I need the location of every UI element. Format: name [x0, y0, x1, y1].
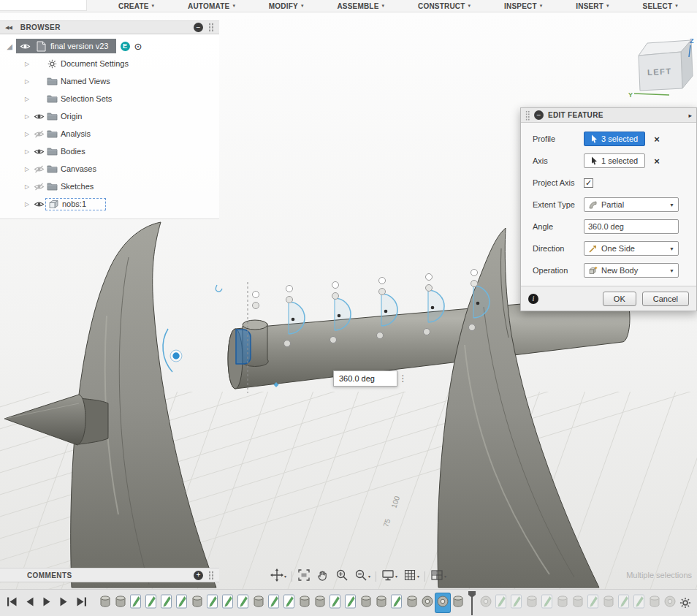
timeline-feature-sketch[interactable]: [236, 593, 251, 612]
timeline-feature-cylinder[interactable]: [571, 593, 585, 612]
timeline-feature-revolve[interactable]: [663, 593, 677, 612]
menu-modify[interactable]: MODIFY▾: [269, 2, 304, 10]
timeline-feature-cylinder[interactable]: [405, 593, 419, 612]
visibility-eye-icon[interactable]: [32, 183, 45, 191]
timeline-feature-cylinder[interactable]: [451, 593, 465, 612]
tree-item-nobs[interactable]: ▷nobs:1: [0, 195, 219, 213]
tree-item-named-views[interactable]: ▷Named Views: [0, 72, 219, 90]
tree-item-origin[interactable]: ▷Origin: [0, 107, 219, 125]
timeline-position-marker[interactable]: [468, 590, 476, 615]
timeline-play-button[interactable]: [42, 596, 51, 609]
timeline-settings-button[interactable]: [679, 597, 697, 609]
nav-zoom-button[interactable]: [332, 569, 351, 585]
dialog-grip-handle[interactable]: [525, 110, 530, 121]
timeline-feature-cylinder[interactable]: [98, 593, 113, 612]
menu-assemble[interactable]: ASSEMBLE▾: [337, 2, 384, 10]
timeline-feature-cylinder[interactable]: [374, 593, 389, 612]
nav-grid-settings-button[interactable]: ▾: [400, 569, 422, 585]
timeline-feature-revolve[interactable]: [479, 593, 493, 612]
timeline-feature-cylinder[interactable]: [297, 593, 312, 612]
timeline-feature-cylinder[interactable]: [601, 593, 616, 612]
timeline-feature-sketch[interactable]: [328, 593, 343, 612]
timeline-skip-end-button[interactable]: [76, 596, 87, 609]
browser-header[interactable]: ◀◀ BROWSER −: [0, 20, 219, 34]
timeline-feature-cylinder[interactable]: [190, 593, 205, 612]
expand-arrow-icon[interactable]: ▷: [22, 61, 32, 67]
menu-construct[interactable]: CONSTRUCT▾: [418, 2, 471, 10]
timeline-feature-cylinder[interactable]: [313, 593, 327, 612]
timeline-feature-sketch[interactable]: [509, 593, 524, 612]
timeline-feature-cylinder[interactable]: [251, 593, 266, 612]
visibility-eye-icon[interactable]: [32, 113, 45, 121]
menu-inspect[interactable]: INSPECT▾: [504, 2, 542, 10]
ok-button[interactable]: OK: [603, 292, 636, 306]
timeline-feature-revolve[interactable]: [420, 593, 435, 612]
timeline-feature-sketch[interactable]: [586, 593, 601, 612]
timeline-feature-sketch[interactable]: [617, 593, 631, 612]
timeline-feature-sketch[interactable]: [159, 593, 174, 612]
clear-axis-icon[interactable]: ×: [654, 156, 660, 166]
manipulator-handle[interactable]: [172, 352, 180, 360]
nav-pan-button[interactable]: [313, 569, 332, 585]
timeline-skip-start-button[interactable]: [7, 596, 18, 609]
minimize-panel-icon[interactable]: −: [194, 23, 203, 32]
expand-arrow-icon[interactable]: ◢: [4, 42, 15, 50]
tree-item-bodies[interactable]: ▷Bodies: [0, 142, 219, 160]
timeline-feature-sketch[interactable]: [343, 593, 358, 612]
timeline-feature-cylinder[interactable]: [647, 593, 662, 612]
dialog-header[interactable]: − EDIT FEATURE ▸: [521, 108, 696, 123]
panel-grip-handle[interactable]: [208, 23, 214, 32]
angle-float-input[interactable]: 360.0 deg: [333, 370, 397, 387]
angle-options-icon[interactable]: ⋮: [397, 370, 408, 387]
timeline-feature-sketch[interactable]: [129, 593, 143, 612]
profile-select-button[interactable]: 3 selected: [584, 132, 645, 146]
menu-create[interactable]: CREATE▾: [118, 2, 154, 10]
timeline-feature-sketch[interactable]: [389, 593, 404, 612]
visibility-eye-icon[interactable]: [18, 42, 31, 50]
collapse-panel-icon[interactable]: ◀◀: [5, 25, 12, 31]
expand-arrow-icon[interactable]: ▷: [22, 183, 32, 190]
cancel-button[interactable]: Cancel: [642, 292, 689, 306]
menu-select[interactable]: SELECT▾: [643, 2, 678, 10]
timeline-feature-cylinder[interactable]: [525, 593, 539, 612]
tree-item-analysis[interactable]: ▷Analysis: [0, 125, 219, 142]
timeline-feature-sketch[interactable]: [540, 593, 555, 612]
expand-arrow-icon[interactable]: ▷: [22, 131, 32, 137]
nav-zoom-window-button[interactable]: ▾: [351, 569, 373, 585]
expand-arrow-icon[interactable]: ▷: [22, 166, 32, 172]
angle-input[interactable]: 360.0 deg: [584, 219, 679, 234]
selected-profile[interactable]: [236, 330, 251, 364]
operation-dropdown[interactable]: New Body ▼: [584, 263, 679, 278]
expand-arrow-icon[interactable]: ▷: [22, 201, 32, 208]
nav-viewports-button[interactable]: ▾: [427, 569, 449, 585]
expand-panel-icon[interactable]: ▸: [688, 112, 692, 119]
expand-arrow-icon[interactable]: ▷: [22, 113, 32, 120]
extent-type-dropdown[interactable]: Partial ▼: [584, 197, 679, 212]
expand-arrow-icon[interactable]: ▷: [22, 148, 32, 155]
tree-item-root[interactable]: ◢final version v23E⊙: [0, 37, 219, 55]
timeline-feature-sketch[interactable]: [144, 593, 159, 612]
tree-item-selection-sets[interactable]: ▷Selection Sets: [0, 90, 219, 107]
visibility-eye-icon[interactable]: [32, 148, 45, 156]
expand-arrow-icon[interactable]: ▷: [22, 78, 32, 85]
visibility-eye-icon[interactable]: [32, 200, 45, 208]
timeline-step-back-button[interactable]: [26, 596, 34, 609]
tree-item-document-settings[interactable]: ▷Document Settings: [0, 55, 219, 72]
axis-select-button[interactable]: 1 selected: [584, 153, 645, 168]
add-comment-icon[interactable]: +: [194, 571, 203, 580]
timeline-feature-sketch[interactable]: [282, 593, 297, 612]
panel-grip-handle[interactable]: [208, 571, 214, 580]
timeline-feature-sketch[interactable]: [205, 593, 220, 612]
visibility-eye-icon[interactable]: [32, 130, 45, 138]
nav-orbit-button[interactable]: ▾: [267, 569, 289, 585]
timeline-step-forward-button[interactable]: [59, 596, 68, 609]
info-icon[interactable]: i: [528, 294, 538, 304]
nav-fit-button[interactable]: [294, 569, 313, 585]
timeline-feature-sketch[interactable]: [267, 593, 281, 612]
timeline-feature-revolve[interactable]: [435, 593, 450, 612]
expand-arrow-icon[interactable]: ▷: [22, 96, 32, 102]
nav-display-settings-button[interactable]: ▾: [378, 569, 400, 585]
visibility-eye-icon[interactable]: [32, 165, 45, 173]
menu-automate[interactable]: AUTOMATE▾: [188, 2, 235, 10]
timeline-feature-sketch[interactable]: [632, 593, 647, 612]
